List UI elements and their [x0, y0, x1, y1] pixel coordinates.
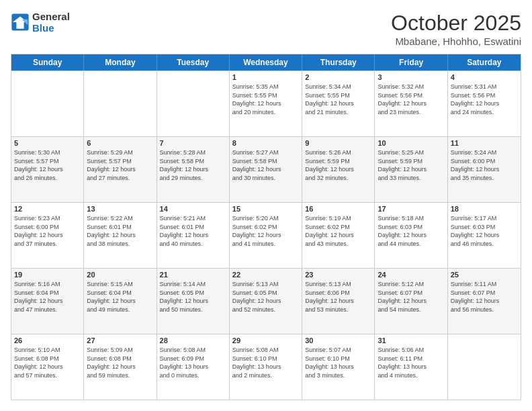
calendar-cell: 17Sunrise: 5:18 AM Sunset: 6:03 PM Dayli… — [375, 203, 447, 268]
calendar-cell: 16Sunrise: 5:19 AM Sunset: 6:02 PM Dayli… — [302, 203, 375, 268]
calendar-cell — [157, 71, 230, 136]
day-number: 20 — [87, 271, 153, 279]
logo-line2: Blue — [32, 22, 70, 34]
day-number: 17 — [378, 205, 444, 213]
calendar-cell: 9Sunrise: 5:26 AM Sunset: 5:59 PM Daylig… — [302, 137, 375, 202]
header-day-monday: Monday — [84, 54, 157, 71]
calendar-cell — [448, 334, 521, 400]
calendar-cell: 26Sunrise: 5:10 AM Sunset: 6:08 PM Dayli… — [11, 334, 84, 400]
day-number: 21 — [160, 271, 226, 279]
calendar-cell: 10Sunrise: 5:25 AM Sunset: 5:59 PM Dayli… — [375, 137, 447, 202]
day-number: 24 — [378, 271, 444, 279]
calendar-cell: 25Sunrise: 5:11 AM Sunset: 6:07 PM Dayli… — [448, 269, 521, 334]
logo: General Blue — [11, 11, 70, 34]
day-info: Sunrise: 5:28 AM Sunset: 5:58 PM Dayligh… — [160, 148, 226, 182]
day-info: Sunrise: 5:15 AM Sunset: 6:04 PM Dayligh… — [87, 280, 153, 314]
header-day-wednesday: Wednesday — [230, 54, 302, 71]
calendar-cell — [84, 71, 157, 136]
calendar-cell: 5Sunrise: 5:30 AM Sunset: 5:57 PM Daylig… — [11, 137, 84, 202]
calendar-cell: 21Sunrise: 5:14 AM Sunset: 6:05 PM Dayli… — [157, 269, 230, 334]
day-number: 11 — [451, 139, 518, 147]
calendar-header: SundayMondayTuesdayWednesdayThursdayFrid… — [11, 54, 521, 71]
day-info: Sunrise: 5:17 AM Sunset: 6:03 PM Dayligh… — [451, 214, 518, 248]
day-number: 27 — [87, 336, 153, 345]
header-day-saturday: Saturday — [448, 54, 521, 71]
day-info: Sunrise: 5:29 AM Sunset: 5:57 PM Dayligh… — [87, 148, 153, 182]
day-number: 15 — [232, 205, 299, 213]
header-day-sunday: Sunday — [11, 54, 84, 71]
calendar-cell: 22Sunrise: 5:13 AM Sunset: 6:05 PM Dayli… — [230, 269, 302, 334]
day-info: Sunrise: 5:10 AM Sunset: 6:08 PM Dayligh… — [14, 346, 81, 379]
day-info: Sunrise: 5:16 AM Sunset: 6:04 PM Dayligh… — [14, 280, 81, 314]
day-info: Sunrise: 5:14 AM Sunset: 6:05 PM Dayligh… — [160, 280, 226, 314]
location-subtitle: Mbabane, Hhohho, Eswatini — [391, 36, 521, 47]
calendar-cell: 19Sunrise: 5:16 AM Sunset: 6:04 PM Dayli… — [11, 269, 84, 334]
calendar-row: 26Sunrise: 5:10 AM Sunset: 6:08 PM Dayli… — [11, 334, 521, 400]
day-number: 4 — [451, 73, 518, 81]
day-number: 12 — [14, 205, 81, 213]
day-info: Sunrise: 5:25 AM Sunset: 5:59 PM Dayligh… — [378, 148, 444, 182]
calendar-cell: 1Sunrise: 5:35 AM Sunset: 5:55 PM Daylig… — [230, 71, 302, 136]
header-day-friday: Friday — [375, 54, 447, 71]
day-info: Sunrise: 5:19 AM Sunset: 6:02 PM Dayligh… — [305, 214, 371, 248]
day-number: 2 — [305, 73, 371, 81]
day-info: Sunrise: 5:13 AM Sunset: 6:05 PM Dayligh… — [232, 280, 299, 314]
day-number: 13 — [87, 205, 153, 213]
day-info: Sunrise: 5:18 AM Sunset: 6:03 PM Dayligh… — [378, 214, 444, 248]
calendar-cell: 11Sunrise: 5:24 AM Sunset: 6:00 PM Dayli… — [448, 137, 521, 202]
day-number: 18 — [451, 205, 518, 213]
calendar-cell: 6Sunrise: 5:29 AM Sunset: 5:57 PM Daylig… — [84, 137, 157, 202]
day-number: 26 — [14, 336, 81, 345]
calendar-cell: 29Sunrise: 5:08 AM Sunset: 6:10 PM Dayli… — [230, 334, 302, 400]
day-info: Sunrise: 5:34 AM Sunset: 5:55 PM Dayligh… — [305, 83, 371, 116]
day-info: Sunrise: 5:26 AM Sunset: 5:59 PM Dayligh… — [305, 148, 371, 182]
header-day-thursday: Thursday — [302, 54, 375, 71]
day-info: Sunrise: 5:07 AM Sunset: 6:10 PM Dayligh… — [305, 346, 371, 379]
header-day-tuesday: Tuesday — [157, 54, 230, 71]
calendar-row: 12Sunrise: 5:23 AM Sunset: 6:00 PM Dayli… — [11, 202, 521, 268]
calendar-row: 1Sunrise: 5:35 AM Sunset: 5:55 PM Daylig… — [11, 71, 521, 136]
logo-icon — [11, 13, 30, 32]
day-number: 23 — [305, 271, 371, 279]
day-info: Sunrise: 5:13 AM Sunset: 6:06 PM Dayligh… — [305, 280, 371, 314]
day-number: 8 — [232, 139, 299, 147]
day-info: Sunrise: 5:22 AM Sunset: 6:01 PM Dayligh… — [87, 214, 153, 248]
calendar-cell: 28Sunrise: 5:08 AM Sunset: 6:09 PM Dayli… — [157, 334, 230, 400]
calendar-cell: 23Sunrise: 5:13 AM Sunset: 6:06 PM Dayli… — [302, 269, 375, 334]
calendar-cell: 24Sunrise: 5:12 AM Sunset: 6:07 PM Dayli… — [375, 269, 447, 334]
month-title: October 2025 — [391, 11, 521, 36]
day-number: 1 — [232, 73, 299, 81]
day-number: 6 — [87, 139, 153, 147]
calendar: SundayMondayTuesdayWednesdayThursdayFrid… — [11, 54, 521, 400]
day-info: Sunrise: 5:32 AM Sunset: 5:56 PM Dayligh… — [378, 83, 444, 116]
day-info: Sunrise: 5:31 AM Sunset: 5:56 PM Dayligh… — [451, 83, 518, 116]
day-info: Sunrise: 5:08 AM Sunset: 6:10 PM Dayligh… — [232, 346, 299, 379]
calendar-cell: 13Sunrise: 5:22 AM Sunset: 6:01 PM Dayli… — [84, 203, 157, 268]
day-number: 10 — [378, 139, 444, 147]
day-info: Sunrise: 5:24 AM Sunset: 6:00 PM Dayligh… — [451, 148, 518, 182]
logo-line1: General — [32, 11, 70, 22]
day-info: Sunrise: 5:35 AM Sunset: 5:55 PM Dayligh… — [232, 83, 299, 116]
day-number: 5 — [14, 139, 81, 147]
calendar-cell: 27Sunrise: 5:09 AM Sunset: 6:08 PM Dayli… — [84, 334, 157, 400]
calendar-cell: 14Sunrise: 5:21 AM Sunset: 6:01 PM Dayli… — [157, 203, 230, 268]
day-info: Sunrise: 5:06 AM Sunset: 6:11 PM Dayligh… — [378, 346, 444, 379]
calendar-row: 5Sunrise: 5:30 AM Sunset: 5:57 PM Daylig… — [11, 136, 521, 202]
day-number: 30 — [305, 336, 371, 345]
day-info: Sunrise: 5:09 AM Sunset: 6:08 PM Dayligh… — [87, 346, 153, 379]
title-block: October 2025 Mbabane, Hhohho, Eswatini — [391, 11, 521, 47]
calendar-cell: 3Sunrise: 5:32 AM Sunset: 5:56 PM Daylig… — [375, 71, 447, 136]
day-number: 29 — [232, 336, 299, 345]
calendar-cell: 31Sunrise: 5:06 AM Sunset: 6:11 PM Dayli… — [375, 334, 447, 400]
day-info: Sunrise: 5:11 AM Sunset: 6:07 PM Dayligh… — [451, 280, 518, 314]
day-number: 3 — [378, 73, 444, 81]
day-info: Sunrise: 5:27 AM Sunset: 5:58 PM Dayligh… — [232, 148, 299, 182]
calendar-cell: 12Sunrise: 5:23 AM Sunset: 6:00 PM Dayli… — [11, 203, 84, 268]
calendar-cell: 30Sunrise: 5:07 AM Sunset: 6:10 PM Dayli… — [302, 334, 375, 400]
calendar-cell: 18Sunrise: 5:17 AM Sunset: 6:03 PM Dayli… — [448, 203, 521, 268]
calendar-cell: 2Sunrise: 5:34 AM Sunset: 5:55 PM Daylig… — [302, 71, 375, 136]
day-number: 31 — [378, 336, 444, 345]
day-number: 19 — [14, 271, 81, 279]
day-info: Sunrise: 5:21 AM Sunset: 6:01 PM Dayligh… — [160, 214, 226, 248]
calendar-cell — [11, 71, 84, 136]
